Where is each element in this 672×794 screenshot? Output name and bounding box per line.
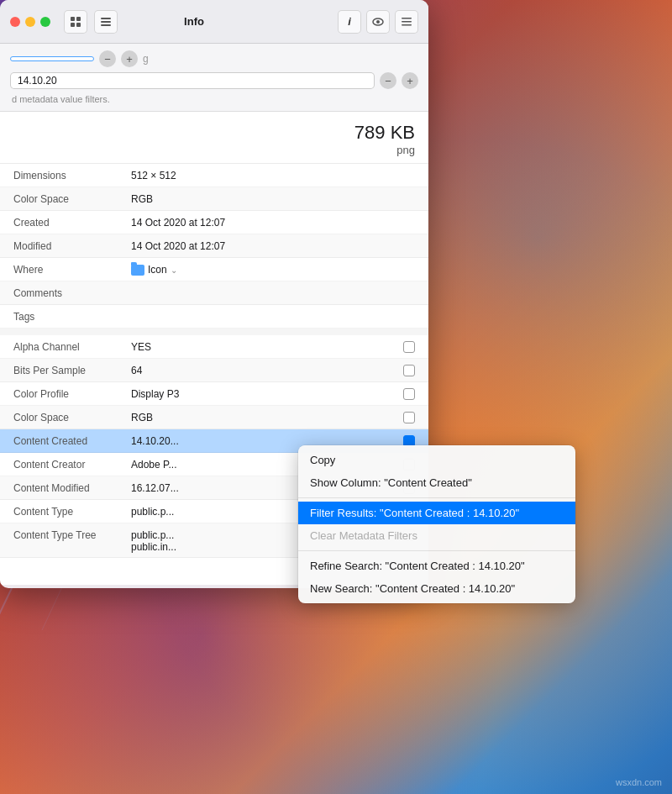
minimize-button[interactable] xyxy=(25,17,35,27)
dimensions-value: 512 × 512 xyxy=(131,168,415,181)
filter-row-1: − + g xyxy=(10,50,418,67)
tags-label: Tags xyxy=(13,309,131,323)
alpha-channel-value: YES xyxy=(131,339,403,353)
comments-row: Comments xyxy=(0,281,428,305)
where-text: Icon xyxy=(148,264,167,276)
svg-rect-12 xyxy=(402,21,412,23)
context-menu: Copy Show Column: "Content Created" Filt… xyxy=(298,445,575,603)
comments-label: Comments xyxy=(13,286,131,299)
traffic-lights xyxy=(10,17,50,27)
color-space2-checkbox[interactable] xyxy=(403,412,415,423)
dimensions-row: Dimensions 512 × 512 xyxy=(0,164,428,187)
color-space-label: Color Space xyxy=(13,192,131,205)
filter-hint: d metadata value filters. xyxy=(10,94,418,104)
color-profile-label: Color Profile xyxy=(13,386,131,400)
modified-value: 14 Oct 2020 at 12:07 xyxy=(131,239,415,252)
modified-label: Modified xyxy=(13,239,131,252)
color-space-value: RGB xyxy=(131,192,415,205)
color-space2-label: Color Space xyxy=(13,410,131,423)
content-type-tree-label: Content Type Tree xyxy=(13,528,131,541)
tags-value xyxy=(131,309,415,311)
new-search-menu-item[interactable]: New Search: "Content Created : 14.10.20" xyxy=(298,577,575,600)
clear-filters-menu-item: Clear Metadata Filters xyxy=(298,524,575,547)
bits-per-sample-checkbox[interactable] xyxy=(403,365,415,376)
section-divider xyxy=(0,329,428,335)
color-profile-value: Display P3 xyxy=(131,386,403,400)
where-value: Icon ⌄ xyxy=(131,262,415,276)
filter-value-text: 14.10.20 xyxy=(18,75,57,87)
filter-value-remove-button[interactable]: − xyxy=(380,72,396,89)
window-title: Info xyxy=(57,15,331,28)
dimensions-label: Dimensions xyxy=(13,168,131,181)
content-creator-label: Content Creator xyxy=(13,457,131,471)
modified-row: Modified 14 Oct 2020 at 12:07 xyxy=(0,234,428,258)
maximize-button[interactable] xyxy=(40,17,50,27)
refine-search-menu-item[interactable]: Refine Search: "Content Created : 14.10.… xyxy=(298,555,575,577)
created-row: Created 14 Oct 2020 at 12:07 xyxy=(0,211,428,234)
color-profile-checkbox[interactable] xyxy=(403,388,415,400)
file-size: 789 KB xyxy=(354,122,415,144)
context-menu-divider-2 xyxy=(298,550,575,551)
svg-point-10 xyxy=(376,20,380,24)
close-button[interactable] xyxy=(10,17,20,27)
bits-per-sample-row: Bits Per Sample 64 xyxy=(0,359,428,382)
file-extension: png xyxy=(396,144,415,156)
svg-rect-11 xyxy=(402,18,412,19)
alpha-channel-row: Alpha Channel YES xyxy=(0,335,428,359)
alpha-channel-label: Alpha Channel xyxy=(13,339,131,353)
copy-menu-item[interactable]: Copy xyxy=(298,449,575,471)
file-size-area: 789 KB png xyxy=(0,112,428,164)
info-button[interactable]: i xyxy=(338,10,361,34)
color-space2-value: RGB xyxy=(131,410,403,423)
toolbar-right-buttons: i xyxy=(338,10,418,34)
where-row: Where Icon ⌄ xyxy=(0,258,428,281)
show-column-menu-item[interactable]: Show Column: "Content Created" xyxy=(298,471,575,494)
created-value: 14 Oct 2020 at 12:07 xyxy=(131,215,415,229)
filter-tag-input[interactable] xyxy=(10,56,94,61)
color-profile-row: Color Profile Display P3 xyxy=(0,382,428,406)
content-modified-label: Content Modified xyxy=(13,481,131,494)
folder-icon xyxy=(131,265,144,276)
context-menu-divider-1 xyxy=(298,497,575,498)
content-type-label: Content Type xyxy=(13,504,131,518)
bits-per-sample-label: Bits Per Sample xyxy=(13,363,131,376)
tags-row: Tags xyxy=(0,305,428,329)
where-label: Where xyxy=(13,262,131,276)
filter-value-add-button[interactable]: + xyxy=(402,72,418,89)
content-created-label: Content Created xyxy=(13,434,131,447)
color-space2-row: Color Space RGB xyxy=(0,406,428,429)
finder-toolbar: Info i xyxy=(0,0,428,44)
filter-results-menu-item[interactable]: Filter Results: "Content Created : 14.10… xyxy=(298,502,575,524)
bits-per-sample-value: 64 xyxy=(131,363,403,376)
eye-button[interactable] xyxy=(366,10,390,34)
alpha-channel-checkbox[interactable] xyxy=(403,341,415,353)
menu-button[interactable] xyxy=(395,10,418,34)
created-label: Created xyxy=(13,215,131,229)
svg-rect-13 xyxy=(402,24,412,26)
watermark: wsxdn.com xyxy=(616,777,662,787)
filter-row-2: 14.10.20 − + xyxy=(10,72,418,89)
color-space-row: Color Space RGB xyxy=(0,187,428,211)
comments-value xyxy=(131,286,415,287)
filter-bar: − + g 14.10.20 − + d metadata value filt… xyxy=(0,44,428,112)
chevron-icon: ⌄ xyxy=(171,266,177,275)
filter-add-button[interactable]: + xyxy=(121,50,138,67)
filter-value-tag[interactable]: 14.10.20 xyxy=(10,72,375,89)
filter-remove-button[interactable]: − xyxy=(99,50,116,67)
